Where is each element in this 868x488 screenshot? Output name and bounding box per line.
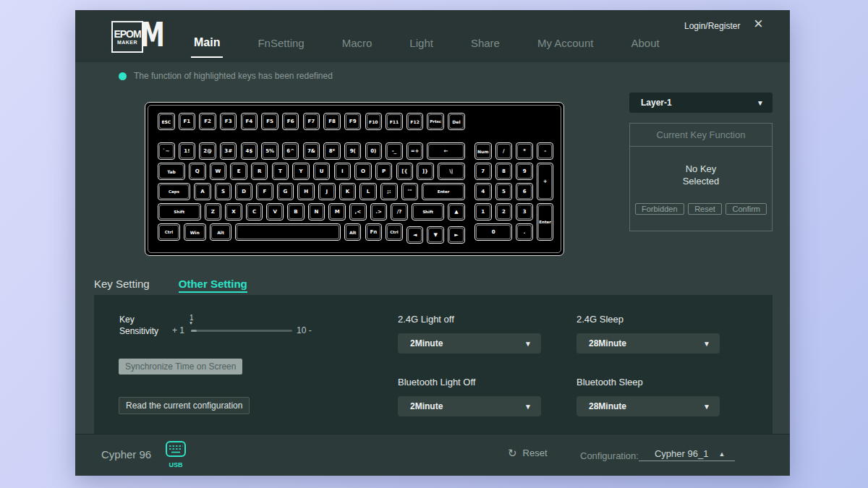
- keyboard-key[interactable]: Win: [184, 223, 206, 241]
- keyboard-key[interactable]: =+: [407, 142, 424, 160]
- keyboard-key[interactable]: 9: [516, 163, 533, 180]
- nav-item-about[interactable]: About: [628, 37, 662, 58]
- keyboard-key[interactable]: \|: [438, 163, 465, 180]
- keyboard-key[interactable]: U: [313, 163, 331, 180]
- keyboard-key[interactable]: F3: [220, 113, 237, 130]
- configuration-select[interactable]: Cypher 96_1 ▲: [639, 448, 735, 461]
- keyboard-key[interactable]: F2: [199, 113, 216, 130]
- layer-dropdown[interactable]: Layer-1 ▼: [629, 93, 773, 113]
- keyboard-key[interactable]: Del: [448, 113, 465, 130]
- keyboard-key[interactable]: ▲: [448, 203, 465, 221]
- forbidden-button[interactable]: Forbidden: [635, 203, 684, 215]
- keyboard-key[interactable]: F11: [386, 113, 403, 130]
- keyboard-key[interactable]: P: [375, 163, 393, 180]
- keyboard-key[interactable]: 6: [516, 183, 533, 200]
- keyboard-key[interactable]: Z: [205, 203, 222, 221]
- reset-control[interactable]: ↻ Reset: [508, 448, 548, 458]
- keyboard-key[interactable]: [{: [396, 163, 414, 180]
- keyboard-key[interactable]: Alt: [344, 223, 362, 241]
- keyboard-key[interactable]: T: [272, 163, 289, 180]
- keyboard-key[interactable]: E: [230, 163, 247, 180]
- read-configuration-button[interactable]: Read the current configuration: [119, 397, 250, 414]
- keyboard-key[interactable]: 1!: [179, 142, 196, 160]
- keyboard-key[interactable]: F7: [303, 113, 320, 130]
- keyboard-key[interactable]: `~: [158, 142, 175, 160]
- keyboard-key[interactable]: X: [225, 203, 242, 221]
- 24g-sleep-select[interactable]: 28Minute ▼: [576, 333, 720, 354]
- keyboard-key[interactable]: /?: [391, 203, 408, 221]
- bluetooth-light-off-select[interactable]: 2Minute ▼: [398, 396, 541, 416]
- keyboard-key[interactable]: 5%: [261, 142, 278, 160]
- keyboard-key[interactable]: '": [401, 183, 419, 200]
- keyboard-key[interactable]: [235, 223, 340, 241]
- keyboard-key[interactable]: F1: [179, 113, 196, 130]
- keyboard-key[interactable]: 0: [475, 223, 512, 241]
- keyboard-key[interactable]: Y: [292, 163, 310, 180]
- keyboard-key[interactable]: S: [215, 183, 232, 200]
- keyboard-key[interactable]: F12: [407, 113, 424, 130]
- keyboard-key[interactable]: 1: [475, 203, 492, 221]
- keyboard-key[interactable]: Enter: [422, 183, 465, 200]
- keyboard-key[interactable]: Prtsc: [427, 113, 444, 130]
- keyboard-key[interactable]: Caps: [158, 183, 190, 200]
- keyboard-key[interactable]: M: [328, 203, 346, 221]
- keyboard-key[interactable]: 3#: [220, 142, 237, 160]
- keyboard-key[interactable]: ]}: [417, 163, 434, 180]
- reset-key-button[interactable]: Reset: [688, 203, 722, 215]
- 24g-light-off-select[interactable]: 2Minute ▼: [398, 333, 541, 354]
- keyboard-key[interactable]: 9(: [344, 142, 362, 160]
- keyboard-key[interactable]: 8: [495, 163, 513, 180]
- keyboard-key[interactable]: 2: [495, 203, 513, 221]
- keyboard-key[interactable]: Shift: [158, 203, 201, 221]
- keyboard-key[interactable]: .: [516, 223, 533, 241]
- tab-key-setting[interactable]: Key Setting: [94, 278, 150, 290]
- nav-item-light[interactable]: Light: [407, 37, 436, 58]
- keyboard-key[interactable]: F: [256, 183, 273, 200]
- keyboard-key[interactable]: A: [194, 183, 211, 200]
- keyboard-key[interactable]: *: [516, 142, 533, 160]
- keyboard-key[interactable]: V: [266, 203, 284, 221]
- keyboard-key[interactable]: F6: [282, 113, 299, 130]
- keyboard-key[interactable]: /: [495, 142, 513, 160]
- synchronize-time-button[interactable]: Synchronize Time on Screen: [119, 359, 242, 374]
- keyboard-key[interactable]: Alt: [210, 223, 232, 241]
- keyboard-key[interactable]: 8*: [323, 142, 341, 160]
- nav-item-fnsetting[interactable]: FnSetting: [255, 37, 307, 58]
- keyboard-key[interactable]: ←: [427, 142, 464, 160]
- slider-handle[interactable]: ▼: [189, 321, 193, 325]
- keyboard-key[interactable]: +: [537, 163, 554, 200]
- keyboard-key[interactable]: G: [277, 183, 294, 200]
- keyboard-key[interactable]: D: [235, 183, 252, 200]
- confirm-button[interactable]: Confirm: [726, 203, 767, 215]
- keyboard-key[interactable]: W: [210, 163, 227, 180]
- nav-item-macro[interactable]: Macro: [339, 37, 375, 58]
- keyboard-key[interactable]: ESC: [158, 113, 175, 130]
- keyboard-key[interactable]: H: [297, 183, 315, 200]
- close-icon[interactable]: ×: [754, 16, 763, 32]
- keyboard-key[interactable]: Ctrl: [158, 223, 180, 241]
- keyboard-key[interactable]: I: [334, 163, 352, 180]
- usb-connection-indicator[interactable]: USB: [163, 440, 188, 468]
- keyboard-key[interactable]: 4: [475, 183, 492, 200]
- keyboard-key[interactable]: C: [246, 203, 263, 221]
- nav-item-share[interactable]: Share: [468, 37, 503, 58]
- keyboard-key[interactable]: ▼: [427, 226, 444, 244]
- keyboard-key[interactable]: J: [318, 183, 336, 200]
- keyboard-key[interactable]: F8: [323, 113, 341, 130]
- keyboard-key[interactable]: Fn: [365, 223, 383, 241]
- keyboard-key[interactable]: Ctrl: [386, 223, 403, 241]
- keyboard-key[interactable]: 0): [365, 142, 383, 160]
- keyboard-key[interactable]: Shift: [412, 203, 444, 221]
- login-register-link[interactable]: Login/Register: [684, 21, 740, 31]
- keyboard-key[interactable]: ;:: [380, 183, 398, 200]
- keyboard-key[interactable]: F5: [261, 113, 278, 130]
- keyboard-key[interactable]: R: [251, 163, 268, 180]
- keyboard-key[interactable]: 7&: [303, 142, 320, 160]
- keyboard-key[interactable]: L: [359, 183, 377, 200]
- keyboard-key[interactable]: 6^: [282, 142, 299, 160]
- keyboard-key[interactable]: -: [537, 142, 554, 160]
- keyboard-key[interactable]: -_: [386, 142, 403, 160]
- nav-item-my-account[interactable]: My Account: [535, 37, 597, 58]
- keyboard-key[interactable]: .>: [370, 203, 388, 221]
- keyboard-key[interactable]: F9: [344, 113, 362, 130]
